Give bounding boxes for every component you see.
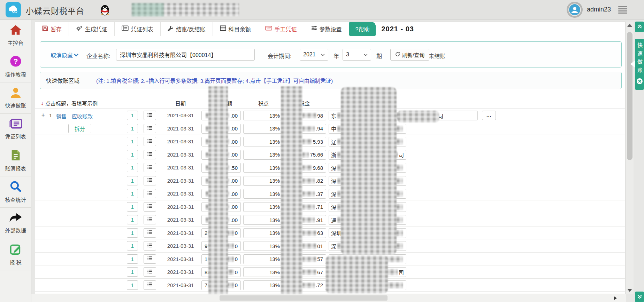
row-detail-list-button[interactable] — [144, 163, 156, 172]
account-balance-button[interactable]: 科目余额 — [213, 22, 258, 36]
month-unit-label: 期 — [376, 51, 382, 60]
qty-button[interactable]: 1 — [127, 254, 138, 264]
parameter-settings-button[interactable]: 参数设置 — [304, 22, 349, 36]
qty-button[interactable]: 1 — [127, 189, 138, 198]
tax-rate-input[interactable]: 13% — [243, 137, 284, 146]
tax-rate-input[interactable]: 13% — [243, 150, 284, 160]
close-books-button[interactable]: 结账/反结账 — [161, 22, 213, 36]
tax-rate-input[interactable]: 13% — [243, 267, 284, 277]
row-detail-list-button[interactable] — [144, 267, 156, 277]
row-detail-list-button[interactable] — [144, 176, 156, 185]
tax-rate-input[interactable]: 13% — [243, 215, 284, 225]
close-icon[interactable] — [636, 78, 643, 86]
qty-button[interactable]: 1 — [127, 163, 138, 172]
list-icon — [147, 256, 153, 262]
tax-rate-input[interactable]: 13% — [243, 280, 284, 290]
row-detail-list-button[interactable] — [144, 124, 156, 133]
qty-button[interactable]: 1 — [127, 241, 138, 251]
vertical-scrollbar-thumb[interactable] — [627, 32, 632, 160]
row-detail-list-button[interactable] — [144, 241, 156, 251]
month-select[interactable]: 3 — [343, 49, 371, 61]
row-detail-list-button[interactable] — [144, 215, 156, 224]
username: admin23 — [587, 6, 611, 13]
sidebar-item-audit-statistics[interactable]: 核查统计 — [0, 176, 31, 208]
app-title: 小碟云财税平台 — [26, 5, 84, 16]
row-detail-list-button[interactable] — [144, 254, 156, 264]
scroll-up-arrow-icon[interactable] — [627, 24, 632, 27]
qq-penguin-icon[interactable] — [100, 3, 110, 17]
voucher-list-button[interactable]: 凭证列表 — [115, 22, 161, 36]
qty-button[interactable]: 1 — [127, 124, 138, 133]
table-row: 1 2021-03-31 .00 13% .37 深 — [35, 187, 625, 200]
row-detail-list-button[interactable] — [144, 189, 156, 198]
sidebar-item-tutorial[interactable]: ? 操作教程 — [0, 51, 31, 82]
chevron-down-icon — [74, 52, 78, 58]
quick-accounting-rail[interactable]: 快速做账 — [635, 39, 644, 90]
sidebar-item-ledger-reports[interactable]: 账簿报表 — [0, 145, 31, 176]
tax-rate-input[interactable]: 13% — [243, 176, 284, 186]
save-draft-button[interactable]: 暂存 — [35, 22, 69, 36]
tax-rate-input[interactable]: 13% — [243, 202, 284, 212]
company-name-input[interactable]: 深圳市安晶利科技有限公司【000014】 — [116, 49, 255, 61]
tax-rate-input[interactable]: 13% — [243, 228, 284, 238]
sidebar-item-voucher-list[interactable]: 凭证列表 — [0, 114, 31, 145]
tax-rate-input[interactable]: 13% — [243, 254, 284, 264]
row-detail-list-button[interactable] — [144, 150, 156, 159]
tax-rate-input[interactable]: 13% — [243, 124, 284, 134]
rail-collapse-down-button[interactable] — [635, 292, 644, 302]
app-logo — [6, 2, 21, 17]
horizontal-scrollbar[interactable] — [31, 294, 626, 302]
qty-button[interactable]: 1 — [127, 228, 138, 238]
sidebar-item-quick-accounting[interactable]: 快速做账 — [0, 82, 31, 114]
qty-button[interactable]: 1 — [127, 150, 138, 159]
account-link[interactable]: 销售—应收账款 — [56, 112, 93, 120]
expand-row-icon[interactable]: + — [41, 112, 45, 118]
help-button[interactable]: ?帮助 — [349, 22, 376, 36]
rail-collapse-up-button[interactable] — [635, 22, 644, 32]
qty-button[interactable]: 1 — [127, 202, 138, 212]
sidebar-item-label: 报 税 — [9, 259, 21, 266]
row-detail-list-button[interactable] — [144, 111, 156, 120]
qty-button[interactable]: 1 — [127, 111, 138, 120]
scroll-down-arrow-icon[interactable] — [627, 289, 632, 292]
qty-button[interactable]: 1 — [127, 215, 138, 224]
qty-button[interactable]: 1 — [127, 176, 138, 185]
generate-voucher-button[interactable]: 生成凭证 — [69, 22, 115, 36]
tax-rate-input[interactable]: 13% — [243, 189, 284, 199]
tax-rate-input[interactable]: 13% — [243, 241, 284, 251]
row-detail-list-button[interactable] — [144, 137, 156, 146]
avatar[interactable] — [567, 2, 583, 18]
row-detail-list-button[interactable] — [144, 280, 156, 290]
date-cell: 2021-03-31 — [160, 256, 201, 262]
table-hint[interactable]: ↓ 点击标题，看填写示例 — [41, 100, 98, 107]
qty-button[interactable]: 1 — [127, 137, 138, 146]
row-detail-list-button[interactable] — [144, 202, 156, 212]
sidebar-item-tax-filing[interactable]: 报 税 — [0, 239, 31, 270]
sidebar-item-external-data[interactable]: 外部数据 — [0, 208, 31, 239]
menu-hamburger-icon[interactable] — [618, 6, 627, 14]
list-icon — [147, 165, 153, 170]
qty-button[interactable]: 1 — [127, 280, 138, 290]
sidebar-item-dashboard[interactable]: 主控台 — [0, 20, 31, 51]
cancel-hide-toggle[interactable]: 取消隐藏 — [51, 51, 78, 59]
date-cell: 2021-03-31 — [160, 282, 201, 288]
row-detail-list-button[interactable] — [144, 228, 156, 238]
split-button[interactable]: 拆分 — [68, 124, 91, 133]
sidebar: 主控台 ? 操作教程 快速做账 凭证列表 账簿报表 核查统计 外部数据 报 税 — [0, 20, 31, 302]
horizontal-scrollbar-thumb[interactable] — [220, 295, 388, 301]
chevron-down-icon — [321, 51, 325, 58]
redaction-blob-company — [341, 87, 397, 255]
redaction-blob-below-table — [326, 256, 388, 293]
company-name-label: 企业名称: — [86, 51, 110, 60]
tax-rate-input[interactable]: 13% — [243, 111, 284, 120]
tax-rate-input[interactable]: 13% — [243, 163, 284, 173]
refresh-query-button[interactable]: 刷新/查询 — [390, 49, 429, 61]
date-cell: 2021-03-31 — [160, 269, 201, 275]
manual-voucher-button[interactable]: 手工凭证 — [258, 22, 304, 36]
qty-button[interactable]: 1 — [127, 267, 138, 277]
sidebar-item-label: 操作教程 — [5, 71, 26, 78]
more-button[interactable]: ... — [482, 111, 496, 120]
scroll-right-arrow-icon[interactable] — [614, 296, 617, 300]
column-header-tax-rate: 税点 — [243, 100, 284, 107]
year-select[interactable]: 2021 — [300, 49, 328, 61]
